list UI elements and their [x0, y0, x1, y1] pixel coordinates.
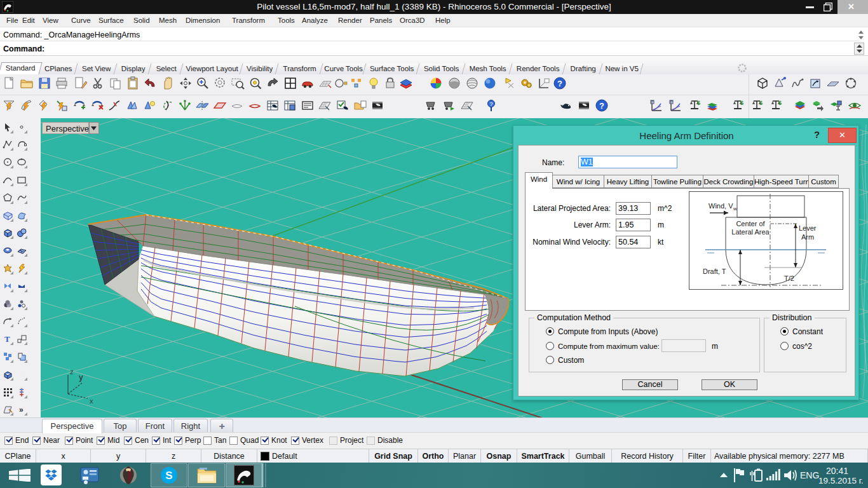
- svg-text:?: ?: [557, 79, 562, 88]
- svg-text:w: w: [733, 206, 737, 212]
- svg-text:x: x: [90, 397, 93, 405]
- svg-text:$: $: [740, 100, 743, 106]
- svg-text:$: $: [778, 100, 782, 106]
- svg-text:S: S: [165, 470, 172, 482]
- svg-text:Arm: Arm: [801, 233, 814, 241]
- svg-text:z: z: [70, 368, 74, 376]
- svg-text:?: ?: [599, 101, 604, 111]
- svg-text:Draft, T: Draft, T: [703, 268, 726, 275]
- svg-text:Lever: Lever: [799, 224, 817, 232]
- svg-text:»: »: [19, 405, 24, 414]
- svg-text:P: P: [670, 100, 673, 104]
- svg-text:Center of: Center of: [736, 220, 765, 227]
- svg-text:T/2: T/2: [784, 274, 794, 282]
- svg-text:Lateral Area: Lateral Area: [731, 228, 770, 236]
- svg-text:T: T: [4, 334, 10, 344]
- svg-text:P: P: [651, 100, 654, 104]
- svg-text:$: $: [697, 100, 700, 106]
- svg-text:y: y: [79, 373, 83, 382]
- svg-text:?: ?: [489, 101, 492, 107]
- svg-text:$: $: [759, 100, 763, 106]
- svg-text:Wind, V: Wind, V: [709, 202, 733, 210]
